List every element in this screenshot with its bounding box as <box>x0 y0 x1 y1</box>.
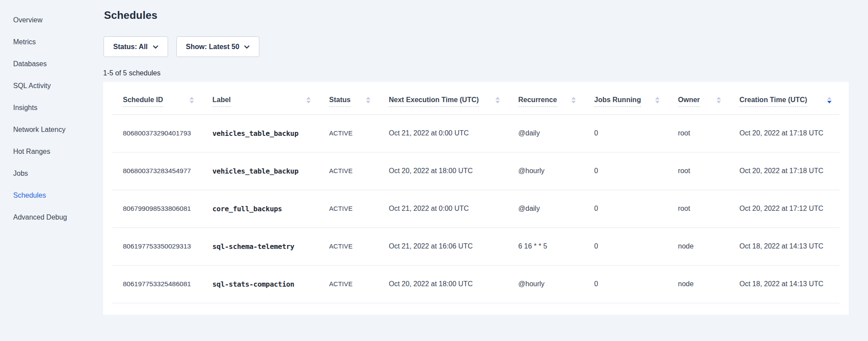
cell-creation-time-utc: Oct 18, 2022 at 14:13 UTC <box>729 265 839 303</box>
status-filter-dropdown[interactable]: Status: All <box>104 36 168 57</box>
sort-icon <box>827 97 832 106</box>
column-label: Status <box>329 96 351 107</box>
cell-next-execution-time-utc: Oct 21, 2022 at 0:00 UTC <box>378 190 508 227</box>
cell-label: sql-schema-telemetry <box>202 227 319 265</box>
table-row: 806800373290401793vehicles_table_backupA… <box>112 114 839 152</box>
sidebar-item-network-latency[interactable]: Network Latency <box>13 119 92 141</box>
status-filter-label: Status: All <box>113 43 148 51</box>
column-label: Next Execution Time (UTC) <box>389 96 479 107</box>
cell-jobs-running: 0 <box>584 265 667 303</box>
column-label: Jobs Running <box>594 96 641 107</box>
page-title: Schedules <box>104 9 158 21</box>
sidebar-item-advanced-debug[interactable]: Advanced Debug <box>13 206 92 228</box>
sidebar-item-jobs[interactable]: Jobs <box>13 163 92 185</box>
schedules-table-card: Schedule IDLabelStatusNext Execution Tim… <box>103 82 849 315</box>
table-header-row: Schedule IDLabelStatusNext Execution Tim… <box>112 82 839 114</box>
column-label: Owner <box>678 96 700 107</box>
column-header-jobs-running[interactable]: Jobs Running <box>584 82 667 114</box>
sort-icon <box>495 97 500 106</box>
column-label: Creation Time (UTC) <box>739 96 807 107</box>
cell-recurrence: 6 16 * * 5 <box>508 227 584 265</box>
cell-schedule-id: 806197753325486081 <box>112 265 202 303</box>
cell-status: ACTIVE <box>319 152 378 190</box>
sort-icon <box>190 97 194 106</box>
cell-creation-time-utc: Oct 20, 2022 at 17:18 UTC <box>729 114 839 152</box>
cell-schedule-id: 806800373283454977 <box>112 152 202 190</box>
sidebar-item-metrics[interactable]: Metrics <box>13 31 92 53</box>
cell-label: core_full_backups <box>202 190 319 227</box>
table-body: 806800373290401793vehicles_table_backupA… <box>112 114 839 303</box>
cell-status: ACTIVE <box>319 227 378 265</box>
cell-jobs-running: 0 <box>584 114 667 152</box>
table-row: 806799098533806081core_full_backupsACTIV… <box>112 190 839 227</box>
cell-label: vehicles_table_backup <box>202 114 319 152</box>
column-header-label[interactable]: Label <box>202 82 319 114</box>
cell-next-execution-time-utc: Oct 21, 2022 at 0:00 UTC <box>378 114 508 152</box>
sort-icon <box>366 97 370 106</box>
sidebar-item-sql-activity[interactable]: SQL Activity <box>13 75 92 97</box>
cell-creation-time-utc: Oct 20, 2022 at 17:12 UTC <box>729 190 839 227</box>
cell-jobs-running: 0 <box>584 152 667 190</box>
cell-recurrence: @daily <box>508 190 584 227</box>
main-content: Schedules Status: All Show: Latest 50 1-… <box>103 0 849 341</box>
cell-next-execution-time-utc: Oct 20, 2022 at 18:00 UTC <box>378 265 508 303</box>
cell-next-execution-time-utc: Oct 21, 2022 at 16:06 UTC <box>378 227 508 265</box>
column-header-creation-time-utc[interactable]: Creation Time (UTC) <box>729 82 839 114</box>
cell-jobs-running: 0 <box>584 227 667 265</box>
schedules-table: Schedule IDLabelStatusNext Execution Tim… <box>112 82 839 303</box>
sort-icon <box>717 97 721 106</box>
cell-label: vehicles_table_backup <box>202 152 319 190</box>
cell-recurrence: @hourly <box>508 152 584 190</box>
table-row: 806800373283454977vehicles_table_backupA… <box>112 152 839 190</box>
cell-owner: root <box>667 114 729 152</box>
sidebar-item-hot-ranges[interactable]: Hot Ranges <box>13 141 92 163</box>
sort-icon <box>306 97 311 106</box>
sidebar: OverviewMetricsDatabasesSQL ActivityInsi… <box>13 9 92 228</box>
sidebar-item-databases[interactable]: Databases <box>13 53 92 75</box>
cell-next-execution-time-utc: Oct 20, 2022 at 18:00 UTC <box>378 152 508 190</box>
cell-creation-time-utc: Oct 20, 2022 at 17:18 UTC <box>729 152 839 190</box>
column-label: Recurrence <box>518 96 557 107</box>
column-header-recurrence[interactable]: Recurrence <box>508 82 584 114</box>
cell-recurrence: @daily <box>508 114 584 152</box>
column-label: Schedule ID <box>123 96 163 107</box>
chevron-down-icon <box>153 45 158 49</box>
column-label: Label <box>212 96 231 107</box>
cell-jobs-running: 0 <box>584 190 667 227</box>
cell-owner: root <box>667 190 729 227</box>
show-filter-dropdown[interactable]: Show: Latest 50 <box>176 36 260 57</box>
sidebar-item-overview[interactable]: Overview <box>13 9 92 31</box>
show-filter-label: Show: Latest 50 <box>186 43 240 51</box>
sidebar-item-insights[interactable]: Insights <box>13 97 92 119</box>
filter-bar: Status: All Show: Latest 50 <box>104 36 259 57</box>
column-header-next-execution-time-utc[interactable]: Next Execution Time (UTC) <box>378 82 508 114</box>
table-row: 806197753350029313sql-schema-telemetryAC… <box>112 227 839 265</box>
cell-schedule-id: 806799098533806081 <box>112 190 202 227</box>
cell-owner: node <box>667 227 729 265</box>
cell-owner: node <box>667 265 729 303</box>
chevron-down-icon <box>244 45 250 49</box>
cell-recurrence: @hourly <box>508 265 584 303</box>
column-header-schedule-id[interactable]: Schedule ID <box>112 82 202 114</box>
cell-status: ACTIVE <box>319 114 378 152</box>
column-header-owner[interactable]: Owner <box>667 82 729 114</box>
sort-icon <box>655 97 660 106</box>
cell-schedule-id: 806800373290401793 <box>112 114 202 152</box>
cell-label: sql-stats-compaction <box>202 265 319 303</box>
cell-status: ACTIVE <box>319 265 378 303</box>
table-row: 806197753325486081sql-stats-compactionAC… <box>112 265 839 303</box>
cell-status: ACTIVE <box>319 190 378 227</box>
sort-icon <box>571 97 576 106</box>
cell-schedule-id: 806197753350029313 <box>112 227 202 265</box>
sidebar-item-schedules[interactable]: Schedules <box>13 185 92 206</box>
cell-creation-time-utc: Oct 18, 2022 at 14:13 UTC <box>729 227 839 265</box>
column-header-status[interactable]: Status <box>319 82 378 114</box>
results-count: 1-5 of 5 schedules <box>103 69 161 77</box>
cell-owner: root <box>667 152 729 190</box>
